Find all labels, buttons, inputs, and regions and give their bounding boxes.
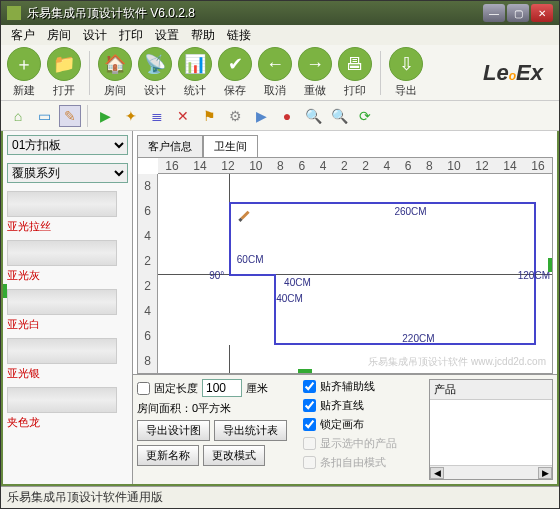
menu-设计[interactable]: 设计: [79, 25, 111, 46]
print-button[interactable]: 🖶打印: [338, 47, 372, 98]
title-bar: 乐易集成吊顶设计软件 V6.0.2.8 — ▢ ✕: [1, 1, 559, 25]
pencil-tool[interactable]: ✎: [59, 105, 81, 127]
lock-canvas-checkbox[interactable]: [303, 418, 316, 431]
refresh-tool[interactable]: ⟳: [354, 105, 376, 127]
export-plan-button[interactable]: 导出设计图: [137, 420, 210, 441]
design-icon: 📡: [138, 47, 172, 81]
swatch-item[interactable]: 夹色龙: [7, 387, 128, 430]
change-mode-button[interactable]: 更改模式: [203, 445, 265, 466]
export-button[interactable]: ⇩导出: [389, 47, 423, 98]
menu-打印[interactable]: 打印: [115, 25, 147, 46]
tab-bathroom[interactable]: 卫生间: [203, 135, 258, 157]
lock-canvas-label: 锁定画布: [320, 417, 364, 432]
swatch-preview: [7, 338, 117, 364]
cross-tool[interactable]: ✕: [172, 105, 194, 127]
design-button[interactable]: 📡设计: [138, 47, 172, 98]
open-button[interactable]: 📁打开: [47, 47, 81, 98]
swatch-name: 亚光灰: [7, 268, 128, 283]
scroll-right-button[interactable]: ▶: [538, 467, 552, 479]
tool-toolbar: ⌂▭✎▶✦≣✕⚑⚙▶●🔍🔍⟳: [1, 101, 559, 131]
redo-button[interactable]: →重做: [298, 47, 332, 98]
logo: LeoEx: [483, 60, 553, 86]
zoomin-tool[interactable]: 🔍: [328, 105, 350, 127]
snap-guide-label: 贴齐辅助线: [320, 379, 375, 394]
cancel-button[interactable]: ←取消: [258, 47, 292, 98]
dim-angle: 90°: [209, 270, 224, 281]
play2-tool[interactable]: ▶: [250, 105, 272, 127]
swatch-preview: [7, 387, 117, 413]
run-tool[interactable]: ▶: [94, 105, 116, 127]
board-type-select[interactable]: 01方扣板: [7, 135, 128, 155]
minimize-button[interactable]: —: [483, 4, 505, 22]
cancel-label: 取消: [264, 83, 286, 98]
swatch-item[interactable]: 亚光拉丝: [7, 191, 128, 234]
snap-line-checkbox[interactable]: [303, 399, 316, 412]
save-icon: ✔: [218, 47, 252, 81]
flag-tool[interactable]: ⚑: [198, 105, 220, 127]
swatch-item[interactable]: 亚光银: [7, 338, 128, 381]
snap-line-label: 贴齐直线: [320, 398, 364, 413]
scroll-left-button[interactable]: ◀: [430, 467, 444, 479]
main-toolbar: ＋新建📁打开🏠房间📡设计📊统计✔保存←取消→重做🖶打印⇩导出LeoEx: [1, 45, 559, 101]
swatch-name: 亚光银: [7, 366, 128, 381]
freemode-checkbox: [303, 456, 316, 469]
canvas-wrap: 161412108642246810121416 86422468 260CM …: [137, 157, 553, 374]
watermark: 乐易集成吊顶设计软件 www.jcdd2d.com: [368, 355, 546, 369]
menu-设置[interactable]: 设置: [151, 25, 183, 46]
layers-tool[interactable]: ≣: [146, 105, 168, 127]
menu-客户[interactable]: 客户: [7, 25, 39, 46]
maximize-button[interactable]: ▢: [507, 4, 529, 22]
series-select[interactable]: 覆膜系列: [7, 163, 128, 183]
swatch-item[interactable]: 亚光白: [7, 289, 128, 332]
swatch-name: 亚光拉丝: [7, 219, 128, 234]
room-area-label: 房间面积：0平方米: [137, 401, 231, 416]
scroll-marker-icon: [1, 284, 7, 298]
menu-链接[interactable]: 链接: [223, 25, 255, 46]
new-button[interactable]: ＋新建: [7, 47, 41, 98]
room-label: 房间: [104, 83, 126, 98]
pick-tool[interactable]: ✦: [120, 105, 142, 127]
fixed-length-input[interactable]: [202, 379, 242, 397]
swatch-name: 夹色龙: [7, 415, 128, 430]
product-hscroll[interactable]: ◀ ▶: [430, 465, 552, 479]
close-button[interactable]: ✕: [531, 4, 553, 22]
menu-房间[interactable]: 房间: [43, 25, 75, 46]
open-icon: 📁: [47, 47, 81, 81]
home-tool[interactable]: ⌂: [7, 105, 29, 127]
product-header: 产品: [430, 380, 552, 400]
rename-button[interactable]: 更新名称: [137, 445, 199, 466]
cfg-tool[interactable]: ⚙: [224, 105, 246, 127]
room-step: [229, 274, 276, 346]
swatch-name: 亚光白: [7, 317, 128, 332]
zoomout-tool[interactable]: 🔍: [302, 105, 324, 127]
rect-tool[interactable]: ▭: [33, 105, 55, 127]
stats-icon: 📊: [178, 47, 212, 81]
room-icon: 🏠: [98, 47, 132, 81]
tab-customer[interactable]: 客户信息: [137, 135, 203, 157]
design-canvas[interactable]: 260CM 220CM 120CM 60CM 40CM 40CM 90° 乐易集…: [158, 174, 552, 373]
tab-bar: 客户信息卫生间: [133, 131, 557, 157]
scroll-marker-icon: [548, 258, 553, 272]
dim-step-w: 40CM: [284, 277, 311, 288]
ruler-top: 161412108642246810121416: [158, 158, 552, 174]
swatch-preview: [7, 191, 117, 217]
snap-guide-checkbox[interactable]: [303, 380, 316, 393]
fixed-length-checkbox[interactable]: [137, 382, 150, 395]
product-list[interactable]: ◀ ▶: [430, 400, 552, 479]
swatch-list: 亚光拉丝亚光灰亚光白亚光银夹色龙: [3, 187, 132, 484]
dim-bot: 220CM: [402, 333, 434, 344]
export-stats-button[interactable]: 导出统计表: [214, 420, 287, 441]
save-button[interactable]: ✔保存: [218, 47, 252, 98]
product-panel: 产品 ◀ ▶: [429, 379, 553, 480]
fixed-length-label: 固定长度: [154, 381, 198, 396]
fixed-length-unit: 厘米: [246, 381, 268, 396]
export-icon: ⇩: [389, 47, 423, 81]
print-label: 打印: [344, 83, 366, 98]
scroll-marker-icon: [298, 369, 312, 374]
stats-button[interactable]: 📊统计: [178, 47, 212, 98]
dim-step-h2: 40CM: [276, 293, 303, 304]
room-button[interactable]: 🏠房间: [98, 47, 132, 98]
swatch-item[interactable]: 亚光灰: [7, 240, 128, 283]
menu-帮助[interactable]: 帮助: [187, 25, 219, 46]
ball-tool[interactable]: ●: [276, 105, 298, 127]
